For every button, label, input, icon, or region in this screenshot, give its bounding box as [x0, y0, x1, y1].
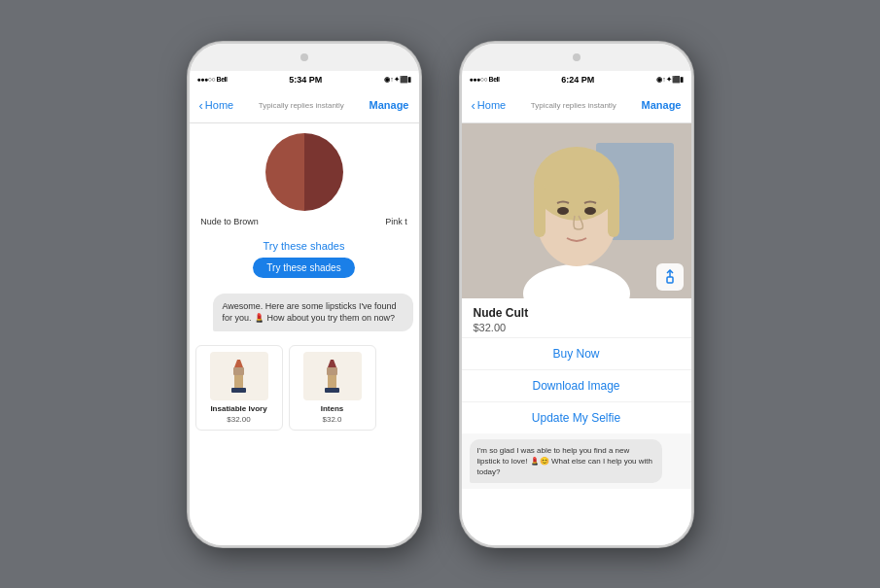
phone2-time: 6:24 PM — [561, 75, 594, 85]
phone2-camera — [573, 53, 581, 61]
phone1-back-button[interactable]: ‹ Home — [199, 99, 234, 112]
product-card-1[interactable]: Insatiable Ivory $32.00 — [195, 345, 283, 431]
chat-bottom-area: I'm so glad I was able to help you find … — [462, 433, 691, 490]
phone2-chevron-icon: ‹ — [472, 99, 475, 112]
share-icon — [662, 269, 678, 285]
phone1-manage-button[interactable]: Manage — [370, 99, 409, 111]
product1-name: Insatiable Ivory — [210, 404, 266, 413]
phone1-notch — [190, 44, 419, 71]
svg-rect-5 — [327, 367, 337, 375]
product2-title: Nude Cult — [474, 306, 680, 320]
color-circle — [265, 133, 343, 211]
lipstick-icon-2 — [310, 354, 354, 398]
color-left-label: Nude to Brown — [200, 217, 259, 226]
phones-container: ●●●○○ Bell 5:34 PM ◉ ↑ ✦ ⬛ ▮ ‹ Home Typi… — [188, 42, 693, 547]
svg-marker-6 — [328, 360, 336, 367]
product2-price: $32.0 — [322, 415, 341, 424]
svg-rect-15 — [608, 184, 619, 237]
share-button[interactable] — [656, 263, 684, 291]
product-card-row: Insatiable Ivory $32.00 Intens $32. — [190, 339, 419, 436]
svg-rect-14 — [534, 184, 546, 237]
phone1-time: 5:34 PM — [289, 75, 322, 85]
phone1-camera — [300, 53, 308, 61]
try-shades-button[interactable]: Try these shades — [253, 258, 354, 278]
phone1-status-bar: ●●●○○ Bell 5:34 PM ◉ ↑ ✦ ⬛ ▮ — [190, 71, 419, 88]
phone-2: ●●●○○ Bell 6:24 PM ◉ ↑ ✦ ⬛ ▮ ‹ Home Typi… — [460, 42, 693, 547]
buy-now-button[interactable]: Buy Now — [462, 337, 691, 369]
svg-rect-1 — [233, 367, 244, 375]
phone2-nav-bar: ‹ Home Typically replies instantly Manag… — [462, 88, 691, 123]
phone2-content: Nude Cult $32.00 Buy Now Download Image … — [462, 123, 691, 545]
chat-bottom-bubble: I'm so glad I was able to help you find … — [470, 439, 662, 484]
phone1-content: Nude to Brown Pink t Try these shades Tr… — [190, 123, 419, 545]
phone2-signal: ●●●○○ Bell — [470, 76, 500, 83]
phone1-signal: ●●●○○ Bell — [197, 76, 228, 83]
phone1-nav-bar: ‹ Home Typically replies instantly Manag… — [190, 88, 419, 123]
phone2-status-bar: ●●●○○ Bell 6:24 PM ◉ ↑ ✦ ⬛ ▮ — [462, 71, 691, 88]
color-right-label: Pink t — [385, 217, 407, 226]
product1-image — [210, 352, 268, 400]
product1-price: $32.00 — [227, 415, 250, 424]
svg-point-17 — [584, 207, 596, 215]
svg-marker-2 — [234, 360, 243, 367]
lipstick-icon-1 — [217, 354, 261, 398]
phone1-nav-center: Typically replies instantly — [259, 101, 344, 110]
selfie-area — [462, 123, 691, 298]
phone1-chevron-icon: ‹ — [199, 99, 203, 112]
chat-bubble-lipstick: Awesome. Here are some lipsticks I've fo… — [213, 294, 413, 331]
phone2-manage-button[interactable]: Manage — [642, 99, 682, 111]
product2-cost: $32.00 — [474, 322, 680, 333]
phone2-nav-center: Typically replies instantly — [531, 101, 616, 110]
phone1-back-label: Home — [205, 99, 233, 111]
svg-rect-7 — [325, 388, 339, 393]
product2-image — [303, 352, 362, 400]
product-info: Nude Cult $32.00 — [462, 298, 691, 337]
phone2-back-label: Home — [477, 99, 506, 111]
product-card-2[interactable]: Intens $32.0 — [289, 345, 376, 431]
product2-name: Intens — [321, 404, 344, 413]
color-labels: Nude to Brown Pink t — [200, 217, 406, 226]
download-image-button[interactable]: Download Image — [462, 369, 691, 401]
phone2-notch — [462, 44, 691, 71]
update-selfie-button[interactable]: Update My Selfie — [462, 401, 691, 433]
color-swatch-area: Nude to Brown Pink t — [190, 123, 419, 234]
phone1-status-icons: ◉ ↑ ✦ ⬛ ▮ — [384, 76, 410, 84]
phone-1: ●●●○○ Bell 5:34 PM ◉ ↑ ✦ ⬛ ▮ ‹ Home Typi… — [188, 42, 421, 547]
svg-point-13 — [534, 147, 619, 221]
svg-rect-18 — [667, 277, 673, 283]
try-shades-text: Try these shades — [190, 234, 419, 256]
phone2-back-button[interactable]: ‹ Home — [472, 99, 507, 112]
svg-point-16 — [557, 207, 569, 215]
phone2-status-icons: ◉ ↑ ✦ ⬛ ▮ — [656, 76, 683, 84]
svg-rect-3 — [231, 388, 246, 393]
